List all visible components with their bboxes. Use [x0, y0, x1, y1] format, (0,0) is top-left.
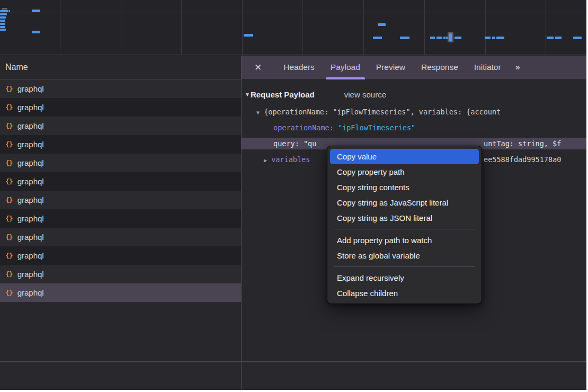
curly-braces-icon: {}: [5, 289, 13, 297]
collapse-triangle-icon[interactable]: ▼: [256, 110, 260, 115]
tab-preview[interactable]: Preview: [368, 56, 413, 79]
name-column-label: Name: [5, 63, 28, 72]
timeline-gridline: [181, 0, 182, 55]
menu-item-store-as-global-variable[interactable]: Store as global variable: [327, 248, 482, 263]
curly-braces-icon: {}: [5, 215, 13, 222]
query-left-fragment: query: "qu: [273, 139, 316, 148]
curly-braces-icon: {}: [5, 122, 13, 130]
timeline-request-bar: [0, 23, 5, 25]
network-overview-timeline[interactable]: [0, 0, 586, 55]
menu-item-add-property-path-to-watch[interactable]: Add property path to watch: [327, 233, 482, 248]
request-name-label: graphql: [17, 177, 44, 186]
curly-braces-icon: {}: [5, 233, 13, 241]
request-row-graphql[interactable]: {}graphql: [0, 117, 241, 135]
menu-item-collapse-children[interactable]: Collapse children: [327, 286, 482, 301]
menu-item-copy-string-contents[interactable]: Copy string contents: [327, 180, 482, 195]
timeline-request-bar: [485, 37, 491, 39]
menu-separator: [334, 229, 475, 229]
request-name-label: graphql: [17, 214, 44, 223]
network-main-area: Name {}graphql{}graphql{}graphql{}graphq…: [0, 56, 586, 361]
context-menu: Copy valueCopy property pathCopy string …: [327, 146, 482, 304]
timeline-request-bar: [443, 37, 445, 39]
view-source-link[interactable]: view source: [344, 90, 386, 99]
request-row-graphql[interactable]: {}graphql: [0, 228, 241, 246]
timeline-request-bar: [378, 23, 386, 26]
timeline-gridline: [546, 0, 546, 55]
request-name-label: graphql: [17, 84, 44, 93]
query-right-fragment: untTag: string, $f: [484, 138, 561, 149]
curly-braces-icon: {}: [5, 103, 13, 111]
menu-item-copy-string-as-json-literal[interactable]: Copy string as JSON literal: [327, 210, 482, 226]
section-collapse-icon[interactable]: ▼: [245, 92, 250, 97]
timeline-request-bar: [2, 8, 7, 10]
timeline-gridline: [363, 0, 364, 55]
curly-braces-icon: {}: [5, 252, 13, 260]
menu-item-copy-string-as-javascript-literal[interactable]: Copy string as JavaScript literal: [327, 195, 482, 210]
devtools-window: Name {}graphql{}graphql{}graphql{}graphq…: [0, 0, 586, 390]
request-row-graphql[interactable]: {}graphql: [0, 98, 241, 117]
request-row-graphql[interactable]: {}graphql: [0, 191, 241, 209]
timeline-request-bar: [0, 20, 5, 22]
more-tabs-icon[interactable]: »: [515, 63, 519, 72]
tab-payload[interactable]: Payload: [323, 56, 368, 79]
tab-headers[interactable]: Headers: [275, 56, 323, 79]
close-icon[interactable]: ✕: [254, 62, 262, 73]
timeline-request-bar: [0, 26, 5, 28]
timeline-request-bar: [455, 37, 461, 39]
timeline-request-bar: [547, 37, 554, 39]
tab-response[interactable]: Response: [413, 56, 466, 79]
request-name-label: graphql: [17, 270, 44, 279]
request-row-graphql[interactable]: {}graphql: [0, 209, 241, 228]
panel-splitter[interactable]: [241, 56, 242, 390]
timeline-request-bar: [8, 10, 10, 12]
request-name-label: graphql: [17, 195, 44, 204]
request-list-panel: Name {}graphql{}graphql{}graphql{}graphq…: [0, 56, 241, 361]
operationname-value: "ipFlowTimeseries": [338, 123, 415, 132]
tab-initiator[interactable]: Initiator: [466, 56, 509, 79]
timeline-gridline: [121, 0, 121, 55]
timeline-request-bar: [244, 34, 253, 37]
curly-braces-icon: {}: [5, 177, 13, 185]
request-row-graphql[interactable]: {}graphql: [0, 154, 241, 172]
request-row-graphql[interactable]: {}graphql: [0, 79, 241, 98]
menu-item-expand-recursively[interactable]: Expand recursively: [327, 270, 482, 286]
request-row-graphql[interactable]: {}graphql: [0, 246, 241, 265]
request-row-graphql[interactable]: {}graphql: [0, 283, 241, 302]
timeline-request-bar: [32, 31, 40, 33]
request-name-label: graphql: [17, 103, 44, 112]
request-row-graphql[interactable]: {}graphql: [0, 265, 241, 283]
request-payload-section-header[interactable]: ▼ Request Payload view source: [242, 87, 586, 102]
timeline-request-bar: [373, 37, 382, 39]
screenshot-edge-bottom: [0, 390, 588, 392]
timeline-request-bar: [492, 37, 495, 39]
curly-braces-icon: {}: [5, 270, 13, 278]
menu-item-copy-property-path[interactable]: Copy property path: [327, 164, 482, 180]
payload-root-row[interactable]: ▼ {operationName: "ipFlowTimeseries", va…: [242, 106, 586, 118]
request-name-label: graphql: [17, 121, 44, 130]
request-row-graphql[interactable]: {}graphql: [0, 172, 241, 191]
timeline-request-bar: [430, 37, 435, 39]
name-column-header[interactable]: Name: [0, 56, 241, 79]
request-name-label: graphql: [17, 233, 44, 242]
timeline-request-bar: [449, 33, 452, 41]
variables-right-fragment: ee5588fdad995178a0: [484, 154, 561, 165]
timeline-gridline: [485, 0, 486, 55]
operationname-key: operationName:: [273, 123, 338, 132]
timeline-midline: [0, 13, 586, 13]
timeline-request-bar: [496, 37, 504, 39]
payload-operationname-row[interactable]: operationName: "ipFlowTimeseries": [242, 122, 586, 133]
menu-separator: [334, 266, 475, 267]
payload-root-preview: {operationName: "ipFlowTimeseries", vari…: [264, 108, 501, 116]
menu-item-copy-value[interactable]: Copy value: [330, 149, 479, 164]
section-title: Request Payload: [251, 90, 315, 99]
request-row-graphql[interactable]: {}graphql: [0, 135, 241, 154]
curly-braces-icon: {}: [5, 159, 13, 167]
curly-braces-icon: {}: [5, 85, 13, 93]
request-name-label: graphql: [17, 288, 44, 297]
timeline-request-bar: [0, 16, 6, 19]
timeline-request-bar: [555, 37, 562, 39]
curly-braces-icon: {}: [5, 196, 13, 204]
request-name-label: graphql: [17, 251, 44, 260]
detail-tabbar: ✕ HeadersPayloadPreviewResponseInitiator…: [242, 56, 586, 79]
timeline-gridline: [302, 0, 303, 55]
